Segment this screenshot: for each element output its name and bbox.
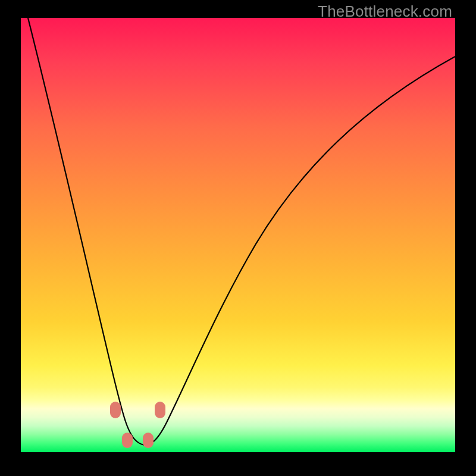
curve-marker [110,402,121,418]
chart-plot-area [21,18,455,452]
curve-marker [143,433,154,448]
bottleneck-curve-svg [21,18,455,452]
bottleneck-curve [28,18,455,445]
curve-marker [122,433,133,448]
curve-marker [155,402,165,418]
